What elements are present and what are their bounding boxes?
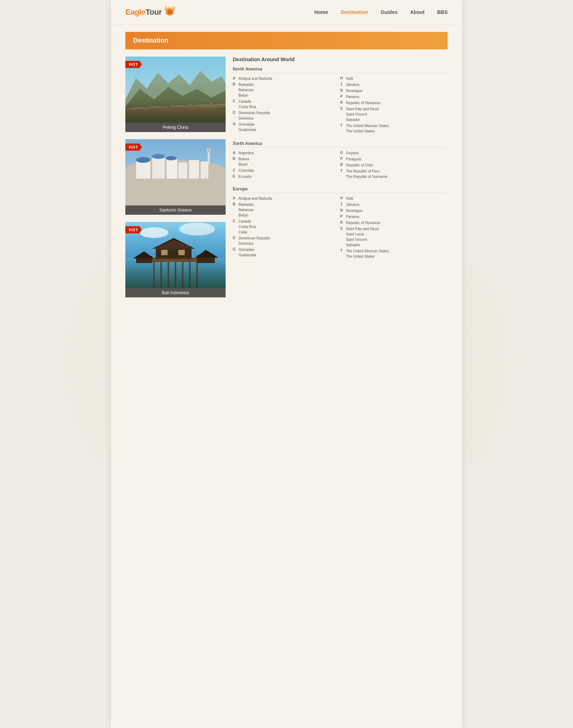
caption-bali: Bali Indonesia — [125, 288, 226, 297]
two-col-layout: HOT — [125, 57, 448, 297]
dest-item: D Dominican Republic Dominica — [233, 110, 340, 121]
header: EagleTour Home Destination Guides About … — [111, 0, 462, 25]
svg-point-18 — [152, 154, 165, 159]
region-title-north: North America — [233, 67, 448, 73]
photo-card-santorini[interactable]: HOT — [125, 139, 226, 215]
dest-item: G Grenadae Guatemala — [233, 247, 340, 258]
svg-point-17 — [136, 157, 150, 163]
svg-rect-12 — [152, 157, 165, 179]
region-title-south: Sorth America — [233, 141, 448, 147]
dest-item: P Panama — [340, 94, 448, 100]
dest-item: E Ecuador — [233, 174, 340, 179]
caption-china: Peking China — [125, 123, 226, 132]
main-content: Destination HOT — [111, 25, 462, 312]
dest-item: T The United Mexican States The United S… — [340, 248, 448, 259]
dest-item: C Canada Costa Rica — [233, 99, 340, 110]
logo-eagle: Eagle — [125, 8, 145, 16]
dest-item: D Dominican Republic Dominica — [233, 236, 340, 246]
nav-bbs[interactable]: BBS — [437, 9, 448, 15]
svg-point-19 — [166, 156, 177, 160]
svg-rect-7 — [189, 104, 192, 108]
dest-item: N Nicaragua — [340, 208, 448, 213]
dest-item: R Republic of Chile — [340, 162, 448, 168]
logo-text: EagleTour — [125, 8, 162, 17]
dest-item: G Guyana — [340, 150, 448, 156]
dest-item: H Haiti — [340, 196, 448, 201]
dest-item: B Barbados Bahamas Belize — [233, 202, 340, 218]
banner-title: Destination — [133, 37, 440, 44]
region-south-america: Sorth America A Argentina B Bolivia — [233, 141, 448, 180]
svg-rect-11 — [136, 161, 150, 179]
region-col-right-europe: H Haiti J Jamaica N Nicaragua — [340, 196, 448, 260]
svg-rect-6 — [170, 105, 173, 109]
region-col-left-europe: A Antigua and Barbuda B Barbados Bahamas… — [233, 196, 340, 260]
region-north-america: North America A Antigua and Barbuda B Ba… — [233, 67, 448, 135]
dest-item: A Antigua and Barbuda — [233, 196, 340, 201]
logo-icon — [163, 5, 177, 18]
dest-item: C Colombia — [233, 168, 340, 173]
hot-badge-bali: HOT — [125, 226, 142, 233]
dest-item: T The United Mexican States The United S… — [340, 123, 448, 134]
dest-heading: Destination Around World — [233, 57, 448, 62]
photo-card-bali[interactable]: HOT — [125, 222, 226, 297]
nav-about[interactable]: About — [410, 9, 424, 15]
svg-point-28 — [179, 223, 215, 236]
svg-rect-39 — [161, 250, 168, 255]
nav-home[interactable]: Home — [314, 9, 328, 15]
dest-item: C Canada Costa Rica Cuba — [233, 219, 340, 235]
dest-item: S Saint Kitts and Nevis Saint Vincent Sa… — [340, 106, 448, 122]
svg-rect-13 — [167, 159, 177, 179]
region-list-south: A Argentina B Bolivia Brazil — [233, 150, 448, 180]
svg-rect-40 — [178, 250, 185, 255]
page-wrapper: EagleTour Home Destination Guides About … — [111, 0, 462, 728]
photo-card-china[interactable]: HOT — [125, 57, 226, 132]
hot-badge-china: HOT — [125, 61, 142, 68]
dest-item: H Haiti — [340, 76, 448, 81]
region-col-right-south: G Guyana P Paraguay R Republic of Chile — [340, 150, 448, 180]
dest-item: B Bolivia Brazil — [233, 156, 340, 167]
region-col-left-north: A Antigua and Barbuda B Barbados Bahamas… — [233, 76, 340, 135]
svg-rect-4 — [133, 107, 135, 112]
photo-column: HOT — [125, 57, 226, 297]
main-nav: Home Destination Guides About BBS — [314, 9, 448, 15]
dest-item: A Argentina — [233, 150, 340, 156]
dest-item: J Jamaica — [340, 202, 448, 207]
dest-item: B Barbados Bahamas Belize — [233, 82, 340, 98]
dest-item: T The Republic of Peru The Republic of S… — [340, 169, 448, 179]
destination-banner: Destination — [125, 32, 448, 49]
svg-rect-8 — [210, 103, 212, 107]
nav-guides[interactable]: Guides — [381, 9, 398, 15]
hot-badge-santorini: HOT — [125, 144, 142, 151]
dest-item: N Nicaragua — [340, 88, 448, 93]
dest-item: P Paraguay — [340, 156, 448, 162]
svg-rect-14 — [178, 162, 187, 179]
region-col-left-south: A Argentina B Bolivia Brazil — [233, 150, 340, 180]
dest-item: G Grenadae Guatemala — [233, 122, 340, 132]
dest-item: A Antigua and Barbuda — [233, 76, 340, 81]
svg-point-27 — [140, 227, 168, 238]
logo[interactable]: EagleTour — [125, 5, 177, 19]
svg-rect-5 — [150, 106, 153, 110]
svg-rect-29 — [125, 258, 226, 288]
region-list-europe: A Antigua and Barbuda B Barbados Bahamas… — [233, 196, 448, 260]
destination-list-column: Destination Around World North America A… — [233, 57, 448, 297]
region-title-europe: Europe — [233, 186, 448, 193]
region-europe: Europe A Antigua and Barbuda B Barbados — [233, 186, 448, 260]
dest-item: R Republic of Honduras — [340, 220, 448, 225]
nav-destination[interactable]: Destination — [341, 9, 368, 15]
region-col-right-north: H Haiti J Jamaica N Nicaragua — [340, 76, 448, 135]
dest-item: J Jamaica — [340, 82, 448, 87]
region-list-north: A Antigua and Barbuda B Barbados Bahamas… — [233, 76, 448, 135]
caption-santorini: Santorini Greece — [125, 205, 226, 215]
svg-point-2 — [169, 8, 171, 10]
dest-item: R Republic of Honduras — [340, 100, 448, 106]
svg-rect-16 — [201, 161, 208, 179]
dest-item: S Saint Kitts and Nevis Saint Lucia Sain… — [340, 226, 448, 248]
logo-tour: Tour — [145, 8, 162, 16]
dest-item: P Panama — [340, 214, 448, 219]
svg-rect-15 — [189, 160, 199, 179]
